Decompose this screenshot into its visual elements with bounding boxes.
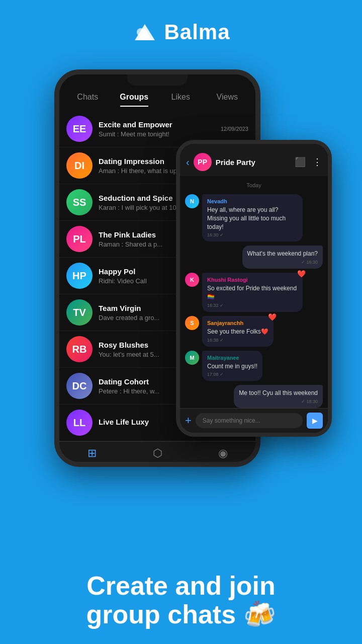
chat-time: 12/09/2023 [221, 126, 248, 132]
more-options-icon[interactable]: ⋮ [313, 156, 322, 168]
avatar-rosy: RB [66, 336, 93, 362]
explore-icon: ⊞ [87, 447, 97, 460]
msg-text: Hey all, where are you all? Missing you … [207, 206, 298, 231]
msg-bubble-sent: Me too!! Cyu all this weekend ✓ 18:30 [234, 385, 323, 408]
send-icon: ▶ [312, 417, 318, 425]
send-button[interactable]: ▶ [307, 413, 323, 429]
chat-preview: Sumit : Meet me tonight! [99, 130, 215, 138]
sender-name: Khushi Rastogi [207, 277, 298, 283]
message-khushi: K Khushi Rastogi So excited for Pride th… [185, 273, 323, 312]
messages-area: Today N Nevadh Hey all, where are you al… [180, 176, 328, 408]
tab-groups[interactable]: Groups [111, 89, 158, 106]
avatar-team-virgin: TV [66, 299, 93, 326]
msg-text: See you there Folks❤️ [207, 328, 268, 336]
nav-live[interactable]: ◉ Live [190, 447, 255, 462]
app-header: Balma [0, 0, 362, 59]
message-maitrayanee: M Maitrayanee Count me in guys!! 17:08 ✓ [185, 351, 323, 381]
msg-time: 16:38 ✓ [207, 338, 268, 343]
small-phone: ‹ PP Pride Party ⬛ ⋮ Today N Nevadh Hey … [176, 140, 332, 437]
promo-text: Create and join group chats 🍻 [0, 572, 362, 629]
phone-notch [127, 74, 188, 86]
heart-reaction: ❤️ [297, 270, 306, 278]
msg-time: ✓ 18:30 [239, 399, 318, 404]
msg-text: Me too!! Cyu all this weekend [239, 389, 318, 397]
moments-icon: ⬡ [153, 447, 162, 460]
message-sanjay: S Sanjayranchh See you there Folks❤️ 16:… [185, 316, 323, 347]
msg-bubble-sent: What's the weekend plan? ✓ 16:30 [242, 246, 323, 269]
chat-header-avatar: PP [194, 153, 212, 171]
chat-window: ‹ PP Pride Party ⬛ ⋮ Today N Nevadh Hey … [180, 144, 328, 433]
msg-text: Count me in guys!! [207, 362, 257, 371]
phone-notch-small [234, 144, 274, 152]
nav-moments[interactable]: ⬡ Moments [125, 447, 190, 462]
msg-bubble: Nevadh Hey all, where are you all? Missi… [202, 194, 303, 242]
msg-avatar-sanjay: S [185, 316, 199, 330]
phones-area: Chats Groups Likes Views EE Excite and E… [0, 59, 362, 482]
msg-avatar-khushi: K [185, 273, 199, 287]
heart-reaction: ❤️ [268, 313, 277, 321]
promo-line1: Create and join [86, 571, 276, 600]
add-button[interactable]: + [185, 414, 192, 427]
date-divider: Today [185, 182, 323, 188]
sender-name: Sanjayranchh [207, 320, 268, 326]
msg-bubble: Sanjayranchh See you there Folks❤️ 16:38… [202, 316, 274, 347]
avatar-live-life: LL [66, 410, 93, 436]
promo-line2: group chats [86, 600, 236, 629]
tab-likes[interactable]: Likes [157, 89, 204, 106]
msg-time: 16:32 ✓ [207, 303, 298, 308]
msg-avatar-nevadh: N [185, 194, 199, 208]
message-input-area: + ▶ [180, 408, 328, 433]
tab-views[interactable]: Views [204, 89, 251, 106]
msg-bubble: Khushi Rastogi So excited for Pride this… [202, 273, 303, 312]
message-sent-2: Me too!! Cyu all this weekend ✓ 18:30 [185, 385, 323, 408]
avatar-excite: EE [66, 116, 93, 142]
back-button[interactable]: ‹ [186, 156, 190, 168]
avatar-happy-pol: HP [66, 263, 93, 289]
promo-emoji: 🍻 [243, 600, 276, 629]
video-call-icon[interactable]: ⬛ [295, 156, 306, 168]
avatar-dating-cohort: DC [66, 373, 93, 399]
message-sent-1: What's the weekend plan? ✓ 16:30 [185, 246, 323, 269]
sender-name: Maitrayanee [207, 355, 257, 361]
message-nevadh: N Nevadh Hey all, where are you all? Mis… [185, 194, 323, 242]
balma-logo-icon [132, 21, 158, 43]
chat-name: Excite and Empower [99, 120, 215, 129]
msg-text: What's the weekend plan? [247, 250, 318, 258]
message-input[interactable] [196, 413, 303, 428]
avatar-pink-ladies: PL [66, 226, 93, 252]
bottom-navigation: ⊞ Explore ⬡ Moments ◉ Live [59, 441, 255, 462]
msg-time: ✓ 16:30 [247, 260, 318, 265]
msg-time: 16:30 ✓ [207, 232, 298, 237]
msg-text: So excited for Pride this weekend 🏳️‍🌈 [207, 284, 298, 301]
sender-name: Nevadh [207, 198, 298, 204]
app-logo-text: Balma [164, 20, 230, 44]
avatar-dating-impression: DI [66, 152, 93, 179]
avatar-seduction: SS [66, 189, 93, 215]
live-icon: ◉ [218, 447, 228, 460]
svg-point-0 [137, 28, 145, 36]
msg-time: 17:08 ✓ [207, 372, 257, 377]
nav-explore[interactable]: ⊞ Explore [59, 447, 125, 462]
chat-title: Pride Party [216, 158, 291, 167]
tab-chats[interactable]: Chats [64, 89, 111, 106]
msg-avatar-maitrayanee: M [185, 351, 199, 365]
msg-bubble: Maitrayanee Count me in guys!! 17:08 ✓ [202, 351, 262, 381]
